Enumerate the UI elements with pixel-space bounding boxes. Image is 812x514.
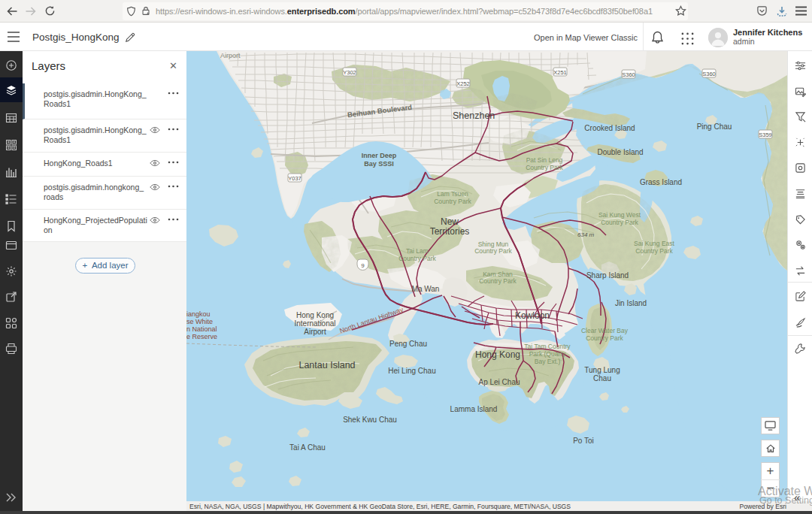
svg-text:Inner Deep: Inner Deep [362, 152, 397, 159]
svg-text:Peng Chau: Peng Chau [389, 340, 427, 348]
svg-text:Chau: Chau [593, 374, 611, 382]
svg-text:Country Park: Country Park [434, 198, 471, 205]
svg-text:Bay Ext.): Bay Ext.) [535, 358, 561, 365]
svg-text:Country Park: Country Park [635, 247, 673, 255]
svg-text:S360: S360 [702, 71, 716, 77]
svg-text:Y302: Y302 [343, 69, 356, 76]
svg-text:Country Park: Country Park [479, 277, 517, 285]
svg-text:Park (Quarry: Park (Quarry [529, 350, 566, 358]
svg-text:New: New [441, 216, 459, 227]
svg-text:Hei Ling Chau: Hei Ling Chau [388, 367, 435, 375]
svg-text:Country Park: Country Park [526, 164, 563, 171]
svg-text:S359: S359 [759, 132, 772, 138]
svg-text:X251: X251 [553, 69, 567, 76]
svg-text:634 m: 634 m [577, 231, 595, 238]
svg-text:Hong Kong: Hong Kong [296, 311, 334, 319]
svg-text:Country Park: Country Park [586, 334, 623, 342]
svg-text:Jin Island: Jin Island [615, 299, 647, 307]
svg-text:Airport: Airport [220, 52, 241, 59]
svg-text:Sharp Island: Sharp Island [586, 271, 629, 280]
svg-text:Kowloon: Kowloon [515, 310, 550, 321]
svg-text:International: International [294, 319, 335, 328]
svg-text:Y037: Y037 [288, 175, 301, 182]
svg-text:Tai Lam: Tai Lam [406, 247, 429, 255]
svg-text:Country Park: Country Park [601, 219, 638, 226]
svg-text:Shenzhen: Shenzhen [453, 110, 495, 121]
svg-text:Country Park: Country Park [474, 247, 512, 255]
svg-text:X252: X252 [456, 80, 470, 87]
svg-text:Pat Sin Leng: Pat Sin Leng [526, 156, 563, 164]
svg-text:Bay SSSI: Bay SSSI [364, 160, 394, 168]
svg-text:Lantau Island: Lantau Island [298, 360, 355, 370]
svg-text:9: 9 [361, 262, 365, 269]
svg-text:Shek Kwu Chau: Shek Kwu Chau [343, 416, 397, 424]
svg-text:Clear Water Bay: Clear Water Bay [581, 327, 629, 334]
svg-text:Po Toi: Po Toi [573, 437, 594, 445]
svg-text:Tai A Chau: Tai A Chau [289, 443, 326, 452]
svg-text:Tung Lung: Tung Lung [584, 366, 620, 374]
svg-text:e Reserve: e Reserve [186, 333, 217, 340]
svg-text:Double Island: Double Island [597, 148, 643, 156]
svg-text:Territories: Territories [430, 226, 470, 237]
svg-text:Crooked Island: Crooked Island [584, 124, 635, 132]
svg-text:Ap Lei Chau: Ap Lei Chau [478, 378, 520, 386]
svg-text:n National: n National [186, 325, 217, 333]
svg-text:Ma Wan: Ma Wan [412, 285, 440, 293]
svg-text:iangkou: iangkou [186, 310, 211, 318]
svg-text:Airport: Airport [304, 328, 326, 336]
svg-text:Grass Island: Grass Island [640, 178, 682, 186]
svg-text:Tai Tam Country: Tai Tam Country [524, 343, 571, 350]
svg-text:Lamma Island: Lamma Island [450, 405, 498, 413]
svg-text:Sai Kung West: Sai Kung West [598, 211, 641, 219]
svg-text:se White: se White [186, 318, 213, 325]
svg-text:Ping Chau: Ping Chau [697, 122, 732, 131]
svg-text:Lam Tsuen: Lam Tsuen [437, 190, 468, 198]
svg-text:S360: S360 [622, 71, 635, 78]
svg-text:Sai Kung East: Sai Kung East [634, 240, 675, 247]
svg-text:Hong Kong: Hong Kong [475, 349, 520, 360]
svg-text:Country Park: Country Park [398, 255, 436, 262]
